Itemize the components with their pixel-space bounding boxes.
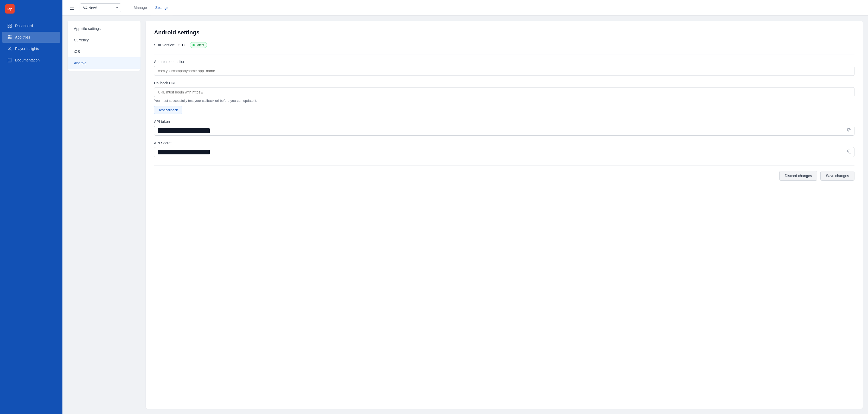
app-selector[interactable]: V4 New! ▾ <box>80 3 121 12</box>
sidebar: lap Dashboard App titles Player Insights <box>0 0 62 414</box>
sdk-version-value: 3.1.0 <box>179 43 187 47</box>
app-store-identifier-label: App store identifier <box>154 60 855 64</box>
header-tabs: Manage Settings <box>130 0 173 16</box>
svg-point-8 <box>9 37 10 38</box>
sidebar-item-app-titles-label: App titles <box>15 35 30 39</box>
copy-icon <box>847 128 851 132</box>
api-secret-label: API Secret <box>154 141 855 145</box>
sdk-label: SDK version: <box>154 43 175 47</box>
left-panel-item-currency[interactable]: Currency <box>68 34 141 46</box>
grid-icon <box>7 24 12 28</box>
sidebar-item-player-insights-label: Player Insights <box>15 47 39 51</box>
left-panel-item-ios[interactable]: iOS <box>68 46 141 57</box>
main-area: ☰ V4 New! ▾ Manage Settings App title se… <box>62 0 868 414</box>
sidebar-nav: Dashboard App titles Player Insights Doc… <box>0 18 62 68</box>
tab-manage[interactable]: Manage <box>130 0 151 16</box>
test-callback-button[interactable]: Test callback <box>154 106 182 114</box>
sidebar-item-dashboard[interactable]: Dashboard <box>2 20 60 31</box>
book-icon <box>7 58 12 62</box>
svg-rect-2 <box>8 26 9 28</box>
svg-point-10 <box>8 38 8 39</box>
right-panel: Android settings SDK version: 3.1.0 Late… <box>146 21 863 409</box>
user-icon <box>7 46 12 51</box>
api-token-wrapper <box>154 126 855 136</box>
api-secret-wrapper <box>154 147 855 157</box>
tab-settings[interactable]: Settings <box>151 0 173 16</box>
left-panel-item-android[interactable]: Android <box>68 57 141 69</box>
callback-url-label: Callback URL <box>154 81 855 85</box>
svg-point-5 <box>9 35 10 36</box>
copy-api-secret-button[interactable] <box>847 149 851 155</box>
sidebar-logo: lap <box>0 0 62 18</box>
api-secret-input[interactable] <box>154 147 855 157</box>
copy-icon-2 <box>847 149 851 154</box>
copy-api-token-button[interactable] <box>847 128 851 133</box>
svg-rect-15 <box>849 151 851 153</box>
svg-point-6 <box>11 35 11 36</box>
callback-url-field: Callback URL You must successfully test … <box>154 81 855 114</box>
sdk-badge-dot <box>192 44 195 46</box>
api-token-masked <box>158 128 210 133</box>
sdk-badge-text: Latest <box>196 43 204 47</box>
chevron-down-icon: ▾ <box>116 6 118 10</box>
sidebar-item-documentation-label: Documentation <box>15 58 39 62</box>
svg-point-4 <box>8 35 8 36</box>
api-token-label: API token <box>154 119 855 124</box>
left-panel: App title settings Currency iOS Android <box>68 21 141 71</box>
app-logo: lap <box>5 4 14 13</box>
app-selector-value: V4 New! <box>83 6 97 10</box>
sdk-version-row: SDK version: 3.1.0 Latest <box>154 42 855 48</box>
svg-rect-0 <box>8 24 9 25</box>
svg-point-11 <box>9 38 10 39</box>
left-panel-item-app-title-settings[interactable]: App title settings <box>68 23 141 34</box>
callback-url-input[interactable] <box>154 87 855 97</box>
svg-rect-1 <box>10 24 11 25</box>
actions-row: Discard changes Save changes <box>154 165 855 181</box>
sidebar-item-app-titles[interactable]: App titles <box>2 32 60 43</box>
svg-point-7 <box>8 37 8 38</box>
save-changes-button[interactable]: Save changes <box>820 171 855 181</box>
sdk-latest-badge: Latest <box>190 42 207 48</box>
svg-point-13 <box>9 47 10 49</box>
api-secret-field: API Secret <box>154 141 855 157</box>
sidebar-item-player-insights[interactable]: Player Insights <box>2 43 60 54</box>
content-area: App title settings Currency iOS Android … <box>62 16 868 414</box>
svg-rect-14 <box>849 130 851 132</box>
header: ☰ V4 New! ▾ Manage Settings <box>62 0 868 16</box>
callback-url-hint: You must successfully test your callback… <box>154 99 855 102</box>
api-token-input[interactable] <box>154 126 855 136</box>
api-secret-masked <box>158 150 210 154</box>
svg-rect-3 <box>10 26 11 28</box>
apps-icon <box>7 35 12 39</box>
svg-point-9 <box>11 37 11 38</box>
sidebar-item-dashboard-label: Dashboard <box>15 24 33 28</box>
app-store-identifier-input[interactable] <box>154 66 855 76</box>
api-token-field: API token <box>154 119 855 136</box>
sidebar-item-documentation[interactable]: Documentation <box>2 55 60 66</box>
discard-changes-button[interactable]: Discard changes <box>779 171 817 181</box>
hamburger-button[interactable]: ☰ <box>69 4 75 12</box>
app-store-identifier-field: App store identifier <box>154 60 855 76</box>
page-title: Android settings <box>154 29 855 36</box>
svg-point-12 <box>11 38 11 39</box>
